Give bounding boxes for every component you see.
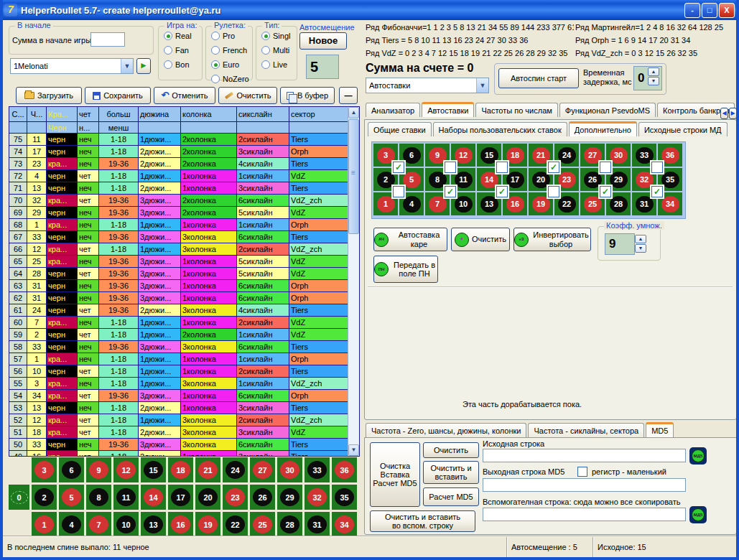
bet-checkbox-top-3[interactable]: [496, 162, 508, 173]
board-cell-31[interactable]: 31: [305, 512, 330, 537]
table-cell[interactable]: 1колонка: [181, 256, 237, 268]
minus-button[interactable]: —: [339, 87, 358, 104]
table-cell[interactable]: 6сиклайн: [237, 292, 289, 304]
autostavki-combo[interactable]: Автоставки ▼: [366, 78, 489, 93]
table-cell[interactable]: 11: [27, 134, 47, 146]
tab-freq-1[interactable]: Частота - Zero, шансы, дюжины, колонки: [366, 423, 526, 437]
table-cell[interactable]: 2колонка: [181, 207, 237, 219]
autoset-kare-button[interactable]: АЧ Автоставка каре: [373, 228, 447, 251]
table-cell[interactable]: 3дюжи...: [139, 292, 181, 304]
table-cell[interactable]: 3сиклайн: [237, 146, 289, 158]
table-cell[interactable]: VdZ: [289, 207, 349, 219]
table-cell[interactable]: 4сиклайн: [237, 158, 289, 170]
radio-icon[interactable]: [261, 32, 270, 40]
table-cell[interactable]: VdZ: [289, 317, 349, 329]
board-cell-36[interactable]: 36: [332, 457, 357, 482]
table-cell[interactable]: кра...: [47, 256, 78, 268]
table-cell[interactable]: 6сиклайн: [237, 390, 289, 402]
table-cell[interactable]: 18: [27, 426, 47, 439]
table-cell[interactable]: кра...: [47, 414, 78, 426]
table-cell[interactable]: 1колонка: [181, 365, 237, 378]
zero-cell[interactable]: 0: [9, 485, 29, 510]
table-cell[interactable]: 33: [27, 439, 47, 451]
close-button[interactable]: X: [719, 3, 735, 18]
table-cell[interactable]: 73: [9, 158, 27, 170]
table-cell[interactable]: неч: [78, 231, 99, 243]
play-button[interactable]: ►: [136, 58, 151, 74]
table-cell[interactable]: 33: [27, 231, 47, 243]
table-cell[interactable]: неч: [78, 341, 99, 353]
table-cell[interactable]: 1колонка: [181, 182, 237, 195]
table-cell[interactable]: чет: [78, 390, 99, 402]
board-cell-26[interactable]: 26: [250, 485, 275, 510]
board-cell-11[interactable]: 11: [113, 485, 139, 510]
table-cell[interactable]: кра...: [47, 243, 78, 256]
table-cell[interactable]: 66: [9, 243, 27, 256]
table-cell[interactable]: 1дюжи...: [139, 170, 181, 182]
autoset-clear-button[interactable]: ✦ Очистить: [451, 228, 510, 251]
table-cell[interactable]: кра...: [47, 378, 78, 390]
table-cell[interactable]: неч: [78, 158, 99, 170]
table-cell[interactable]: 4сиклайн: [237, 304, 289, 317]
table-cell[interactable]: 3колонка: [181, 378, 237, 390]
bet-checkbox-bottom-6[interactable]: ✓: [651, 186, 663, 197]
table-cell[interactable]: 16: [27, 451, 47, 457]
table-cell[interactable]: 2дюжи...: [139, 158, 181, 170]
table-cell[interactable]: 2дюжи...: [139, 182, 181, 195]
table-cell[interactable]: 71: [9, 182, 27, 195]
spin-up-icon[interactable]: ▲: [635, 235, 646, 243]
table-cell[interactable]: кра...: [47, 390, 78, 402]
table-cell[interactable]: VdZ: [289, 329, 349, 341]
table-cell[interactable]: Tiers: [289, 182, 349, 195]
table-cell[interactable]: 1колонка: [181, 317, 237, 329]
table-cell[interactable]: 3колонка: [181, 439, 237, 451]
board-cell-24[interactable]: 24: [223, 457, 248, 482]
table-cell[interactable]: 2дюжи...: [139, 451, 181, 457]
table-cell[interactable]: 2сиклайн: [237, 414, 289, 426]
table-cell[interactable]: 1колонка: [181, 451, 237, 457]
table-cell[interactable]: черн: [47, 182, 78, 195]
radio-icon[interactable]: [164, 60, 172, 69]
table-cell[interactable]: 1сиклайн: [237, 219, 289, 231]
table-cell[interactable]: 1сиклайн: [237, 170, 289, 182]
table-cell[interactable]: 1сиклайн: [237, 378, 289, 390]
radio-icon[interactable]: [164, 32, 172, 40]
table-cell[interactable]: чет: [78, 170, 99, 182]
table-cell[interactable]: 6сиклайн: [237, 231, 289, 243]
table-cell[interactable]: 58: [9, 341, 27, 353]
table-cell[interactable]: кра...: [47, 158, 78, 170]
radio-icon[interactable]: [261, 60, 270, 69]
table-cell[interactable]: 64: [9, 268, 27, 280]
board-cell-7[interactable]: 7: [86, 512, 111, 537]
source-string-input[interactable]: [483, 449, 686, 462]
table-cell[interactable]: 1дюжи...: [139, 134, 181, 146]
board-cell-35[interactable]: 35: [332, 485, 357, 510]
table-cell[interactable]: 67: [9, 231, 27, 243]
table-cell[interactable]: 75: [9, 134, 27, 146]
radio-tip-live[interactable]: Live: [261, 59, 297, 70]
table-cell[interactable]: чет: [78, 195, 99, 207]
bet-checkbox-bottom-2[interactable]: ✓: [445, 186, 456, 197]
table-cell[interactable]: VdZ: [289, 256, 349, 268]
table-cell[interactable]: 3дюжи...: [139, 280, 181, 292]
table-cell[interactable]: 3сиклайн: [237, 451, 289, 457]
table-cell[interactable]: 61: [9, 304, 27, 317]
table-cell[interactable]: 51: [9, 426, 27, 439]
tab-main-2[interactable]: Автоставки: [422, 102, 474, 117]
table-cell[interactable]: черн: [47, 439, 78, 451]
table-cell[interactable]: 25: [27, 256, 47, 268]
table-cell[interactable]: 1колонка: [181, 170, 237, 182]
bet-checkbox-bottom-4[interactable]: [548, 186, 559, 197]
table-cell[interactable]: VdZ: [289, 170, 349, 182]
radio-tip-multi[interactable]: Multi: [261, 45, 297, 55]
board-cell-27[interactable]: 27: [250, 457, 275, 482]
table-cell[interactable]: неч: [78, 219, 99, 231]
table-cell[interactable]: 63: [9, 280, 27, 292]
tab-freq-3[interactable]: MD5: [646, 422, 674, 437]
minimize-button[interactable]: -: [684, 3, 700, 18]
table-cell[interactable]: Tiers: [289, 158, 349, 170]
table-cell[interactable]: 3дюжи...: [139, 439, 181, 451]
table-cell[interactable]: VdZ_zch: [289, 243, 349, 256]
scrollbar-thumb[interactable]: [348, 119, 359, 234]
table-cell[interactable]: VdZ_zch: [289, 195, 349, 207]
